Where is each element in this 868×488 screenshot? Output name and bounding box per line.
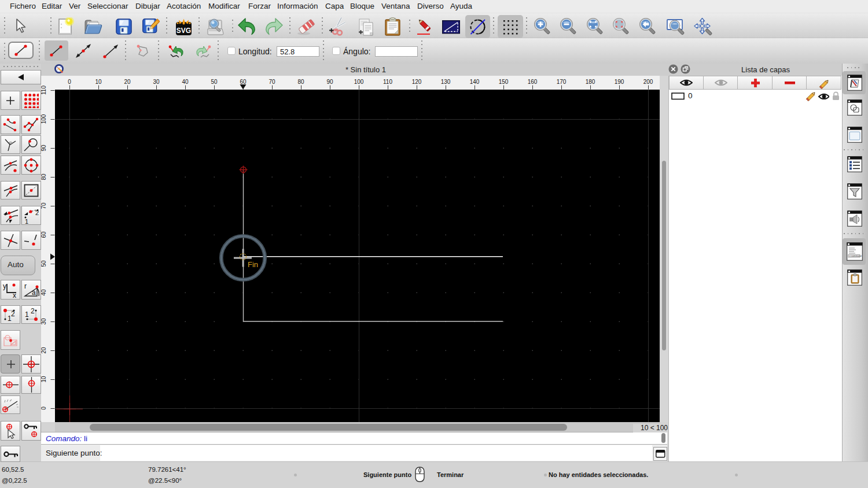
svg-text:50: 50	[41, 260, 47, 267]
svg-text:150: 150	[499, 79, 509, 85]
svg-text:60: 60	[240, 79, 247, 85]
svg-text:2: 2	[31, 307, 35, 315]
svg-text:40: 40	[41, 289, 47, 296]
svg-text:200: 200	[643, 79, 653, 85]
svg-text:20: 20	[41, 347, 47, 354]
svg-text:70: 70	[269, 79, 275, 85]
svg-text:2: 2	[35, 209, 39, 216]
svg-text:90: 90	[41, 145, 47, 151]
svg-text:SVG: SVG	[176, 27, 191, 35]
svg-text:50: 50	[211, 79, 218, 85]
svg-text:110: 110	[383, 79, 392, 85]
svg-text:30: 30	[41, 318, 47, 325]
svg-text:70: 70	[41, 202, 47, 209]
svg-text:100: 100	[354, 79, 364, 85]
svg-text:10: 10	[41, 376, 47, 383]
svg-text:0: 0	[68, 79, 71, 85]
svg-text:2: 2	[11, 310, 15, 318]
svg-text:a: a	[32, 289, 36, 297]
svg-text:x: x	[13, 291, 16, 298]
svg-text:1: 1	[25, 218, 28, 224]
svg-text:140: 140	[470, 79, 480, 85]
svg-text:20: 20	[124, 79, 131, 85]
svg-text:c command: c command	[849, 254, 862, 257]
svg-text:40: 40	[182, 79, 189, 85]
svg-text:190: 190	[615, 79, 624, 85]
svg-text:100: 100	[41, 114, 47, 124]
svg-text:110: 110	[41, 86, 47, 95]
svg-text:30: 30	[153, 79, 160, 85]
svg-text:90: 90	[326, 79, 333, 85]
svg-text:80: 80	[41, 173, 47, 180]
svg-text:1: 1	[25, 310, 29, 319]
svg-text:130: 130	[441, 79, 451, 85]
svg-text:0: 0	[41, 406, 47, 410]
svg-text:Fin: Fin	[248, 260, 258, 269]
svg-text:y: y	[3, 282, 6, 290]
svg-text:180: 180	[586, 79, 595, 85]
svg-text:120: 120	[412, 79, 422, 85]
svg-text:10: 10	[95, 79, 102, 85]
svg-text:80: 80	[297, 79, 304, 85]
svg-text:r: r	[24, 282, 27, 290]
svg-text:170: 170	[557, 79, 567, 85]
svg-text:160: 160	[528, 79, 538, 85]
svg-text:60: 60	[41, 231, 47, 238]
